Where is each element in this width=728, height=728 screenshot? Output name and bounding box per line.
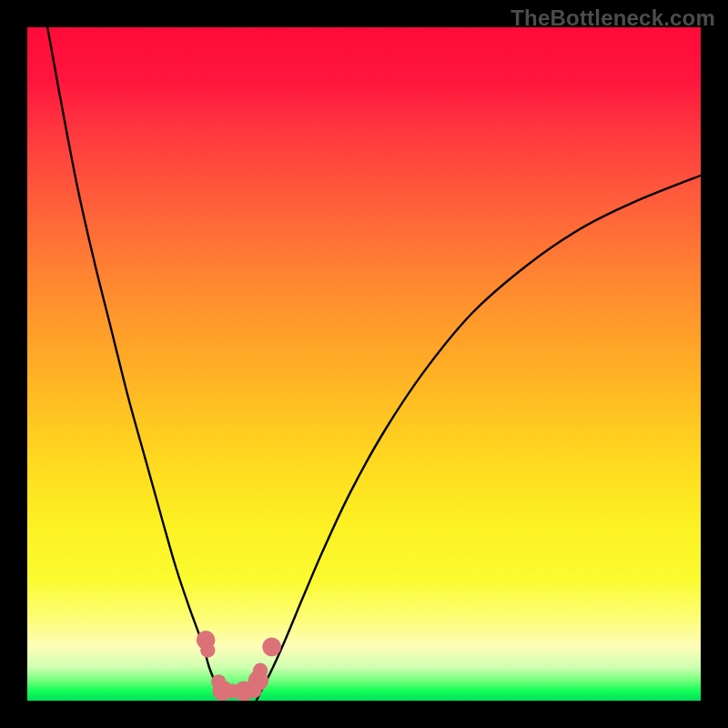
- watermark-text: TheBottleneck.com: [511, 5, 715, 31]
- data-marker: [262, 637, 281, 656]
- chart-frame: TheBottleneck.com: [0, 0, 728, 728]
- data-marker: [200, 642, 215, 657]
- curve-left: [47, 27, 224, 701]
- data-marker: [253, 663, 268, 678]
- curve-right-path: [257, 176, 701, 701]
- curve-left-path: [47, 27, 224, 701]
- curve-right: [257, 176, 701, 701]
- plot-area: [27, 27, 701, 701]
- curve-layer: [27, 27, 701, 701]
